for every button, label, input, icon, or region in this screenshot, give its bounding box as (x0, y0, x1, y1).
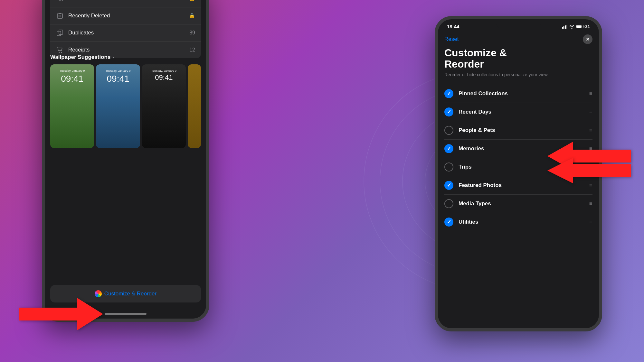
cart-icon (56, 46, 64, 54)
svg-marker-10 (19, 298, 103, 330)
menu-item-recently-deleted[interactable]: Recently Deleted 🔒 (50, 7, 201, 24)
customize-header: Reset ✕ (438, 29, 599, 44)
duplicate-icon (56, 29, 64, 37)
drag-handle-pinned[interactable]: ≡ (589, 91, 592, 96)
collection-name-pinned: Pinned Collections (459, 90, 589, 97)
left-arrow (19, 298, 103, 331)
customize-btn-label: Customize & Reorder (104, 291, 157, 297)
wallpaper-section: Wallpaper Suggestions › Tuesday, January… (50, 54, 201, 148)
check-utilities[interactable]: ✓ (444, 218, 453, 227)
collection-name-utilities: Utilities (459, 219, 589, 225)
right-arrow-bottom (547, 158, 631, 185)
battery-percent: 31 (585, 24, 590, 29)
duplicates-label: Duplicates (68, 30, 189, 36)
collection-name-media: Media Types (459, 200, 589, 207)
svg-rect-13 (565, 25, 566, 29)
drag-handle-recent-days[interactable]: ≡ (589, 109, 592, 115)
check-media[interactable] (444, 199, 453, 208)
svg-rect-11 (562, 27, 563, 29)
receipts-label: Receipts (68, 47, 189, 53)
collection-item-people[interactable]: People & Pets ≡ (444, 121, 592, 140)
wallpaper-thumb-4[interactable] (188, 64, 201, 148)
wallpaper-grid: Tuesday, January 9 09:41 Tuesday, Januar… (50, 64, 201, 148)
wallpaper-thumb-2[interactable]: Tuesday, January 9 09:41 (96, 64, 140, 148)
check-trips[interactable] (444, 162, 453, 172)
wallpaper-time-2: Tuesday, January 9 09:41 (96, 68, 140, 85)
hidden-label: Hidden (68, 0, 189, 2)
check-people[interactable] (444, 126, 453, 135)
menu-item-duplicates[interactable]: Duplicates 89 (50, 24, 201, 42)
battery-icon (576, 25, 583, 28)
svg-rect-12 (563, 26, 564, 29)
menu-item-hidden[interactable]: Hidden 🔒 (50, 0, 201, 7)
receipts-badge: 12 (189, 47, 195, 53)
check-featured[interactable]: ✓ (444, 181, 453, 190)
drag-handle-media[interactable]: ≡ (589, 201, 592, 206)
wallpaper-thumb-3[interactable]: Tuesday, January 9 09:41 (142, 64, 186, 148)
status-bar: 18:44 31 (438, 19, 599, 29)
customize-title: Customize & Reorder (438, 44, 599, 72)
wallpaper-thumb-1[interactable]: Tuesday, January 9 09:41 (50, 64, 94, 148)
customize-subtitle: Reorder or hide collections to personali… (438, 72, 599, 85)
trash-icon (56, 12, 64, 20)
home-indicator (105, 313, 147, 315)
reset-button[interactable]: Reset (444, 36, 459, 42)
collection-item-media[interactable]: Media Types ≡ (444, 195, 592, 213)
check-recent-days[interactable]: ✓ (444, 107, 453, 116)
svg-rect-14 (566, 25, 567, 29)
signal-icon (562, 25, 567, 29)
svg-point-8 (59, 52, 60, 53)
wifi-icon (569, 25, 574, 29)
check-pinned[interactable]: ✓ (444, 89, 453, 98)
collection-item-pinned[interactable]: ✓ Pinned Collections ≡ (444, 85, 592, 103)
collection-item-recent-days[interactable]: ✓ Recent Days ≡ (444, 103, 592, 121)
photos-icon (95, 290, 102, 297)
phone-left-content: Hidden 🔒 Recently Deleted 🔒 (45, 0, 206, 319)
svg-marker-16 (547, 158, 631, 183)
recently-deleted-lock-icon: 🔒 (189, 13, 195, 19)
recently-deleted-label: Recently Deleted (68, 13, 189, 19)
phone-left: Hidden 🔒 Recently Deleted 🔒 (42, 0, 209, 322)
svg-point-9 (61, 52, 62, 53)
drag-handle-people[interactable]: ≡ (589, 128, 592, 133)
wallpaper-time-1: Tuesday, January 9 09:41 (50, 68, 94, 85)
wallpaper-chevron-icon: › (112, 55, 114, 60)
menu-list: Hidden 🔒 Recently Deleted 🔒 (50, 0, 201, 58)
close-button[interactable]: ✕ (583, 34, 592, 44)
hidden-lock-icon: 🔒 (189, 0, 195, 2)
collection-name-recent-days: Recent Days (459, 109, 589, 115)
duplicates-badge: 89 (189, 30, 195, 36)
wallpaper-title[interactable]: Wallpaper Suggestions › (50, 54, 201, 60)
eye-slash-icon (56, 0, 64, 3)
status-icons: 31 (562, 24, 590, 29)
drag-handle-utilities[interactable]: ≡ (589, 219, 592, 225)
collection-item-utilities[interactable]: ✓ Utilities ≡ (444, 213, 592, 231)
wallpaper-time-3: Tuesday, January 9 09:41 (142, 68, 186, 82)
status-time: 18:44 (447, 24, 459, 29)
check-memories[interactable]: ✓ (444, 144, 453, 153)
collection-name-people: People & Pets (459, 127, 589, 134)
